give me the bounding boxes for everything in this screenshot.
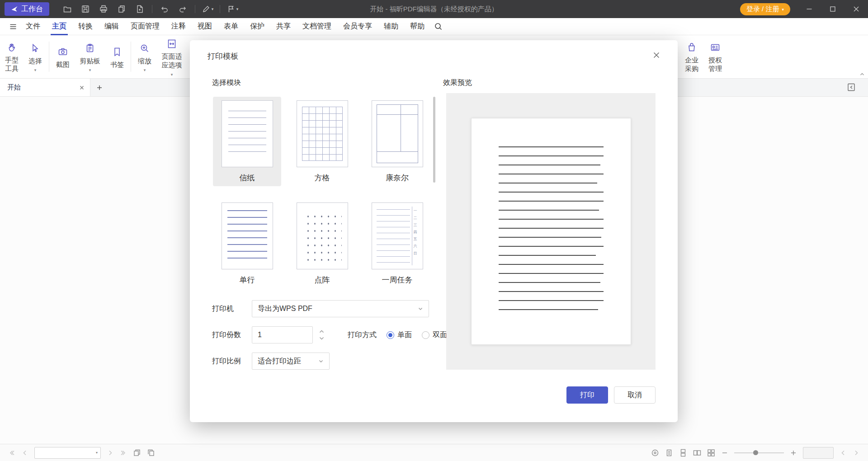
template-scrollbar[interactable] — [433, 97, 435, 183]
maximize-button[interactable] — [821, 0, 844, 18]
snapshot-button[interactable]: 截图 — [51, 43, 75, 71]
zoom-in-icon[interactable] — [790, 449, 797, 456]
menu-item-help[interactable]: 帮助 — [404, 18, 430, 35]
menu-item-comment[interactable]: 注释 — [165, 18, 192, 35]
printer-select[interactable]: 导出为WPS PDF — [252, 300, 429, 317]
printer-row: 打印机 导出为WPS PDF — [212, 300, 429, 317]
menu-item-convert[interactable]: 转换 — [72, 18, 99, 35]
zoom-slider-thumb[interactable] — [753, 450, 758, 455]
template-weekly-tasks[interactable]: 一二三四五六日 一周任务 — [363, 199, 431, 288]
next-view-icon[interactable] — [147, 449, 155, 457]
forward-view-icon[interactable] — [853, 449, 860, 456]
menu-item-protect[interactable]: 保护 — [244, 18, 270, 35]
zoom-out-icon[interactable] — [721, 449, 728, 456]
menu-item-edit[interactable]: 编辑 — [99, 18, 125, 35]
menu-item-page-manage[interactable]: 页面管理 — [125, 18, 165, 35]
menu-item-file[interactable]: 文件 — [20, 18, 46, 35]
statusbar: ▾ — [0, 444, 868, 461]
print-template-dialog: 打印模板 选择模块 信纸 方格 康奈尔 单行 点阵 — [190, 40, 678, 422]
enterprise-purchase-button[interactable]: 企业采购 — [680, 38, 703, 75]
search-icon[interactable] — [434, 22, 443, 31]
radio-double-sided[interactable]: 双面 — [422, 330, 447, 340]
chevron-down-icon: ▾ — [96, 451, 98, 455]
close-window-button[interactable] — [844, 0, 868, 18]
continuous-scroll-icon[interactable] — [679, 449, 687, 457]
menu-item-home[interactable]: 主页 — [46, 18, 72, 35]
menu-item-form[interactable]: 表单 — [218, 18, 244, 35]
cancel-button[interactable]: 取消 — [614, 386, 656, 404]
stepper-down-icon[interactable] — [319, 337, 324, 340]
previous-view-icon[interactable] — [133, 449, 141, 457]
minimize-button[interactable] — [797, 0, 821, 18]
templates-section-label: 选择模块 — [212, 78, 241, 88]
zoom-button[interactable]: 缩放 ▾ — [133, 39, 156, 75]
tool-label: 截图 — [56, 61, 70, 69]
menu-item-view[interactable]: 视图 — [192, 18, 218, 35]
select-tool-button[interactable]: 选择 ▾ — [24, 39, 47, 75]
template-label: 康奈尔 — [386, 173, 409, 183]
last-page-icon[interactable] — [120, 449, 127, 456]
menu-item-share[interactable]: 共享 — [270, 18, 297, 35]
new-document-icon[interactable] — [132, 2, 148, 16]
menu-item-assist[interactable]: 辅助 — [378, 18, 404, 35]
copies-stepper — [319, 330, 324, 340]
template-letter-paper[interactable]: 信纸 — [213, 97, 281, 186]
tab-close-icon[interactable] — [79, 85, 85, 90]
hand-tool-button[interactable]: 手型工具 — [0, 38, 24, 75]
copies-input[interactable]: 1 — [252, 326, 313, 343]
bookmark-button[interactable]: 书签 — [105, 43, 129, 71]
menu-item-doc-manage[interactable]: 文档管理 — [297, 18, 337, 35]
save-icon[interactable] — [77, 2, 94, 16]
radio-label: 双面 — [433, 330, 447, 340]
page-number-input[interactable]: ▾ — [34, 447, 101, 459]
print-icon[interactable] — [95, 2, 112, 16]
radio-single-sided[interactable]: 单面 — [387, 330, 412, 340]
facing-pages-icon[interactable] — [693, 449, 701, 457]
stepper-up-icon[interactable] — [319, 330, 324, 333]
chevron-down-icon: ▾ — [144, 68, 146, 72]
login-button[interactable]: 登录 / 注册 ▾ — [740, 3, 790, 15]
template-cornell[interactable]: 康奈尔 — [363, 97, 431, 186]
menu-icon[interactable] — [9, 23, 17, 31]
zoom-percent-input[interactable] — [803, 447, 834, 459]
preview-line — [499, 237, 601, 238]
preview-line — [499, 273, 604, 274]
template-grid: 信纸 方格 康奈尔 单行 点阵 一二三四五六日 一周任务 — [213, 97, 432, 288]
panel-toggle-icon[interactable] — [846, 82, 856, 92]
single-page-icon[interactable] — [665, 449, 673, 457]
new-tab-button[interactable] — [90, 79, 108, 96]
menu-item-member[interactable]: 会员专享 — [337, 18, 378, 35]
hand-icon — [6, 42, 17, 53]
open-file-icon[interactable] — [59, 2, 75, 16]
page-fit-options-button[interactable]: 页面适应选项 ▾ — [156, 35, 187, 79]
preview-page — [471, 118, 631, 345]
template-single-line[interactable]: 单行 — [213, 199, 281, 288]
tab-start[interactable]: 开始 — [0, 79, 90, 96]
next-page-icon[interactable] — [107, 449, 114, 456]
sign-pen-icon[interactable]: ▾ — [199, 2, 216, 16]
workspace-button[interactable]: 工作台 — [5, 2, 49, 16]
license-manage-button[interactable]: 授权管理 — [703, 38, 727, 75]
chevron-down-icon: ▾ — [236, 7, 239, 11]
tool-label: 书签 — [110, 61, 124, 69]
previous-page-icon[interactable] — [21, 449, 28, 456]
copy-icon[interactable] — [113, 2, 130, 16]
back-view-icon[interactable] — [840, 449, 847, 456]
template-label: 信纸 — [240, 173, 255, 183]
grid-paper-thumbnail — [297, 100, 348, 167]
undo-icon[interactable] — [156, 2, 173, 16]
clipboard-button[interactable]: 剪贴板 ▾ — [75, 39, 105, 75]
first-page-icon[interactable] — [8, 449, 15, 456]
template-dot-matrix[interactable]: 点阵 — [288, 199, 356, 288]
template-grid-paper[interactable]: 方格 — [288, 97, 356, 186]
zoom-slider[interactable] — [734, 452, 784, 453]
printer-value: 导出为WPS PDF — [258, 304, 312, 314]
dialog-close-icon[interactable] — [652, 51, 660, 59]
multi-page-icon[interactable] — [707, 449, 715, 457]
flag-icon[interactable]: ▾ — [224, 2, 241, 16]
redo-icon[interactable] — [175, 2, 191, 16]
collapse-toolbar-icon[interactable] — [859, 71, 865, 77]
scale-select[interactable]: 适合打印边距 — [252, 353, 330, 370]
print-button[interactable]: 打印 — [566, 386, 608, 404]
eye-protection-icon[interactable] — [651, 449, 659, 457]
